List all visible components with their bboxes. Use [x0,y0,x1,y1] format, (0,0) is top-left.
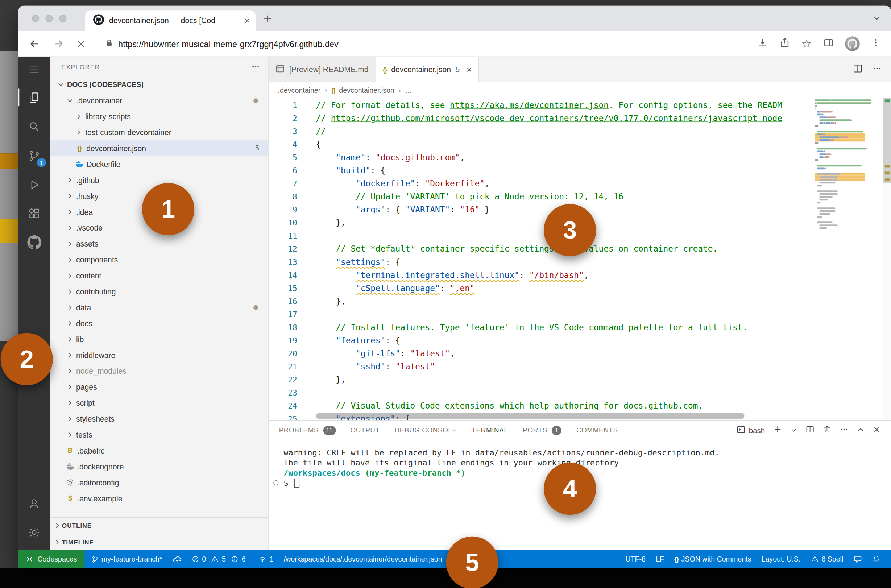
tree-item-env-example[interactable]: $.env.example [50,490,268,506]
code-area[interactable]: 1// For format details, see https://aka.… [268,99,809,420]
tree-item-lib[interactable]: lib [50,332,268,347]
stop-loading-button[interactable] [76,39,86,49]
tree-item-contributing[interactable]: contributing [50,284,268,300]
new-tab-button[interactable]: + [264,10,272,27]
back-button[interactable] [28,38,40,50]
browser-tab[interactable]: devcontainer.json — docs [Cod × [85,10,255,31]
code-line[interactable]: 18 // Install features. Type 'feature' i… [268,321,809,334]
tree-item-dockerignore[interactable]: .dockerignore [50,459,268,474]
status-problems[interactable]: 056 [186,550,253,568]
close-tab-icon[interactable]: × [466,64,472,75]
tree-item-tests[interactable]: tests [50,427,268,442]
status-notifications[interactable] [867,550,885,568]
split-editor-icon[interactable] [853,64,863,76]
tree-item-pages[interactable]: pages [50,379,268,395]
terminal-dropdown-chevron-icon[interactable] [790,425,798,435]
shell-selector[interactable]: bash [736,425,765,436]
tab-preview-readme[interactable]: [Preview] README.md [268,57,376,82]
tree-item-docs[interactable]: docs [50,315,268,332]
status-spell[interactable]: 6 Spell [806,550,848,568]
code-line[interactable]: 3// - [268,125,809,138]
code-line[interactable]: 20 "git-lfs": "latest", [268,347,809,360]
panel-tab-problems[interactable]: PROBLEMS11 [279,420,336,441]
tree-item-editorconfig[interactable]: .editorconfig [50,474,268,490]
code-line[interactable]: 6 "build": { [268,164,809,177]
tree-item-babelrc[interactable]: B.babelrc [50,442,268,459]
address-bar[interactable]: https://hubwriter-musical-meme-grx7rggrj… [105,38,339,49]
status-encoding[interactable]: UTF-8 [620,550,651,568]
tree-item-script[interactable]: script [50,395,268,411]
panel-more-actions-icon[interactable] [840,425,849,436]
settings-gear-icon[interactable] [18,518,50,547]
code-line[interactable]: 1// For format details, see https://aka.… [268,99,809,112]
tree-item-devcontainer-json[interactable]: {}devcontainer.json5 [50,140,268,156]
code-editor[interactable]: 1// For format details, see https://aka.… [268,98,891,420]
tree-item-node-modules[interactable]: node_modules [50,363,268,379]
status-feedback[interactable] [848,550,867,568]
code-line[interactable]: 4{ [268,138,809,151]
new-terminal-icon[interactable] [774,425,782,436]
code-line[interactable]: 5 "name": "docs.github.com", [268,151,809,164]
code-line[interactable]: 22 }, [268,374,809,387]
code-line[interactable]: 10 }, [268,216,809,230]
status-branch[interactable]: my-feature-branch* [86,550,167,568]
panel-tab-output[interactable]: OUTPUT [351,420,380,441]
tree-item-assets[interactable]: assets [50,236,268,252]
bookmark-star-icon[interactable]: ☆ [801,38,812,50]
horizontal-scrollbar[interactable] [316,413,744,419]
forward-button[interactable] [52,38,64,50]
sidebar-section-timeline[interactable]: TIMELINE [50,534,268,550]
status-codespaces[interactable]: Codespaces [18,550,84,568]
vertical-scrollbar[interactable] [883,98,891,183]
tree-item-middleware[interactable]: middleware [50,347,268,363]
browser-menu-kebab-icon[interactable] [871,38,881,50]
code-line[interactable]: 15 "cSpell.language": ",en" [268,282,809,295]
close-panel-icon[interactable] [873,425,881,435]
panel-tab-terminal[interactable]: TERMINAL [472,420,508,441]
tree-item-test-custom-devcontainer[interactable]: test-custom-devcontainer [50,124,268,140]
tree-item-docs-codespaces[interactable]: DOCS [CODESPACES] [50,77,268,93]
breadcrumb-item[interactable]: … [405,86,412,94]
code-line[interactable]: 17 [268,308,809,321]
code-line[interactable]: 21 "sshd": "latest" [268,360,809,374]
status-path[interactable]: /workspaces/docs/.devcontainer/devcontai… [279,550,447,568]
close-window-button[interactable] [32,15,39,22]
profile-avatar[interactable] [845,36,860,51]
code-line[interactable]: 14 "terminal.integrated.shell.linux": "/… [268,268,809,282]
download-icon[interactable] [757,37,768,51]
code-line[interactable]: 13 "settings": { [268,256,809,268]
status-language[interactable]: {}JSON with Comments [669,550,756,568]
code-line[interactable]: 11 [268,230,809,243]
github-icon[interactable] [18,228,50,257]
code-line[interactable]: 23 [268,387,809,399]
maximize-panel-chevron-icon[interactable] [857,425,864,435]
close-tab-icon[interactable]: × [244,16,250,26]
sidebar-toggle-icon[interactable] [823,37,834,51]
code-line[interactable]: 16 }, [268,295,809,308]
panel-tab-ports[interactable]: PORTS1 [523,420,561,441]
code-line[interactable]: 9 "args": { "VARIANT": "16" } [268,203,809,216]
code-line[interactable]: 12 // Set *default* container specific s… [268,243,809,256]
code-line[interactable]: 8 // Update 'VARIANT' to pick a Node ver… [268,190,809,203]
code-line[interactable]: 7 "dockerfile": "Dockerfile", [268,177,809,190]
code-line[interactable]: 2// https://github.com/microsoft/vscode-… [268,112,809,125]
tree-item-components[interactable]: components [50,252,268,267]
breadcrumb-item[interactable]: devcontainer.json [339,86,394,94]
tree-item-data[interactable]: data [50,300,268,315]
minimap[interactable] [813,99,883,420]
explorer-icon[interactable] [18,83,50,112]
run-debug-icon[interactable] [18,170,50,199]
source-control-icon[interactable]: 1 [18,141,50,170]
split-terminal-icon[interactable] [806,425,814,436]
tree-item-devcontainer[interactable]: .devcontainer [50,93,268,109]
status-ports[interactable]: 1 [253,550,278,568]
code-line[interactable]: 24 // Visual Studio Code extensions whic… [268,399,809,412]
explorer-actions-icon[interactable] [251,62,260,72]
tab-devcontainer-json[interactable]: {} devcontainer.json 5 × [376,57,479,82]
panel-tab-comments[interactable]: COMMENTS [576,420,618,441]
tree-item-content[interactable]: content [50,267,268,284]
sidebar-section-outline[interactable]: OUTLINE [50,517,268,534]
tree-item-stylesheets[interactable]: stylesheets [50,411,268,427]
extensions-icon[interactable] [18,199,50,228]
status-layout[interactable]: Layout: U.S. [756,550,806,568]
